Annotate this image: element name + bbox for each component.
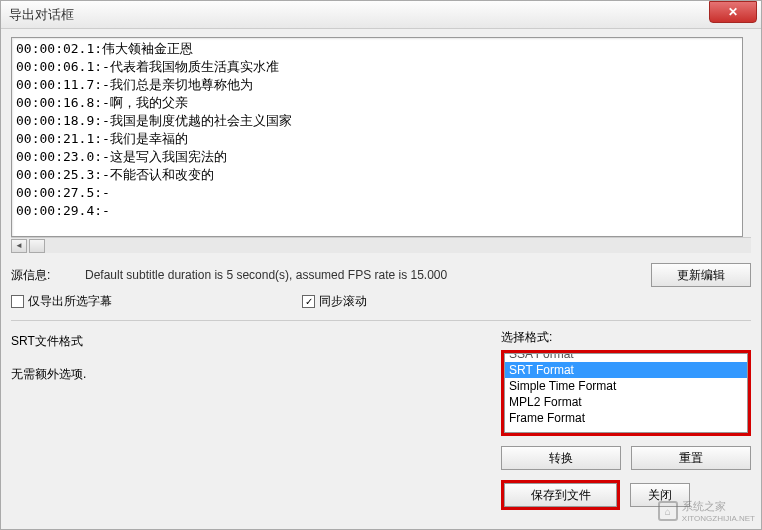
preview-line: 00:00:02.1:伟大领袖金正恩 [16,40,738,58]
preview-line: 00:00:23.0:-这是写入我国宪法的 [16,148,738,166]
format-panel: 选择格式: SSA FormatSRT FormatSimple Time Fo… [501,329,751,510]
format-list-item[interactable]: Simple Time Format [505,378,747,394]
export-selected-checkbox[interactable] [11,295,24,308]
watermark-text: 系统之家 XITONGZHIJIA.NET [682,499,755,523]
divider [11,320,751,321]
preview-line: 00:00:06.1:-代表着我国物质生活真实水准 [16,58,738,76]
reset-button[interactable]: 重置 [631,446,751,470]
format-listbox[interactable]: SSA FormatSRT FormatSimple Time FormatMP… [504,353,748,433]
convert-button[interactable]: 转换 [501,446,621,470]
watermark-icon: ⌂ [658,501,678,521]
watermark: ⌂ 系统之家 XITONGZHIJIA.NET [658,499,755,523]
format-list-item[interactable]: SSA Format [505,353,747,362]
export-selected-checkbox-wrap[interactable]: 仅导出所选字幕 [11,293,112,310]
preview-line: 00:00:16.8:-啊，我的父亲 [16,94,738,112]
sync-scroll-label: 同步滚动 [319,293,367,310]
close-icon[interactable]: ✕ [709,1,757,23]
source-label: 源信息: [11,267,65,284]
update-edit-button[interactable]: 更新编辑 [651,263,751,287]
preview-line: 00:00:18.9:-我国是制度优越的社会主义国家 [16,112,738,130]
action-row-1: 转换 重置 [501,446,751,470]
export-selected-label: 仅导出所选字幕 [28,293,112,310]
no-extra-options-label: 无需额外选项. [11,366,491,383]
save-button-highlight: 保存到文件 [501,480,620,510]
format-list-item[interactable]: Frame Format [505,410,747,426]
options-row: 仅导出所选字幕 ✓ 同步滚动 [11,293,751,310]
sync-scroll-checkbox-wrap[interactable]: ✓ 同步滚动 [302,293,367,310]
select-format-label: 选择格式: [501,329,751,346]
preview-line: 00:00:27.5:- [16,184,738,202]
titlebar: 导出对话框 ✕ [1,1,761,29]
scroll-left-icon[interactable]: ◄ [11,239,27,253]
subtitle-preview[interactable]: 00:00:02.1:伟大领袖金正恩00:00:06.1:-代表着我国物质生活真… [11,37,743,237]
horizontal-scrollbar[interactable]: ◄ [11,237,751,253]
preview-line: 00:00:29.4:- [16,202,738,220]
source-text: Default subtitle duration is 5 second(s)… [85,268,631,282]
lower-section: SRT文件格式 无需额外选项. 选择格式: SSA FormatSRT Form… [11,329,751,510]
format-list-item[interactable]: SRT Format [505,362,747,378]
content-area: 00:00:02.1:伟大领袖金正恩00:00:06.1:-代表着我国物质生活真… [1,29,761,518]
scroll-thumb[interactable] [29,239,45,253]
format-listbox-highlight: SSA FormatSRT FormatSimple Time FormatMP… [501,350,751,436]
sync-scroll-checkbox[interactable]: ✓ [302,295,315,308]
window-title: 导出对话框 [9,6,74,24]
dialog-window: 导出对话框 ✕ 00:00:02.1:伟大领袖金正恩00:00:06.1:-代表… [0,0,762,530]
preview-line: 00:00:21.1:-我们是幸福的 [16,130,738,148]
format-list-item[interactable]: MPL2 Format [505,394,747,410]
format-info: SRT文件格式 无需额外选项. [11,329,491,510]
preview-text: 00:00:02.1:伟大领袖金正恩00:00:06.1:-代表着我国物质生活真… [12,38,742,222]
source-info-row: 源信息: Default subtitle duration is 5 seco… [11,263,751,287]
save-to-file-button[interactable]: 保存到文件 [504,483,617,507]
preview-line: 00:00:11.7:-我们总是亲切地尊称他为 [16,76,738,94]
preview-line: 00:00:25.3:-不能否认和改变的 [16,166,738,184]
srt-format-label: SRT文件格式 [11,333,491,350]
